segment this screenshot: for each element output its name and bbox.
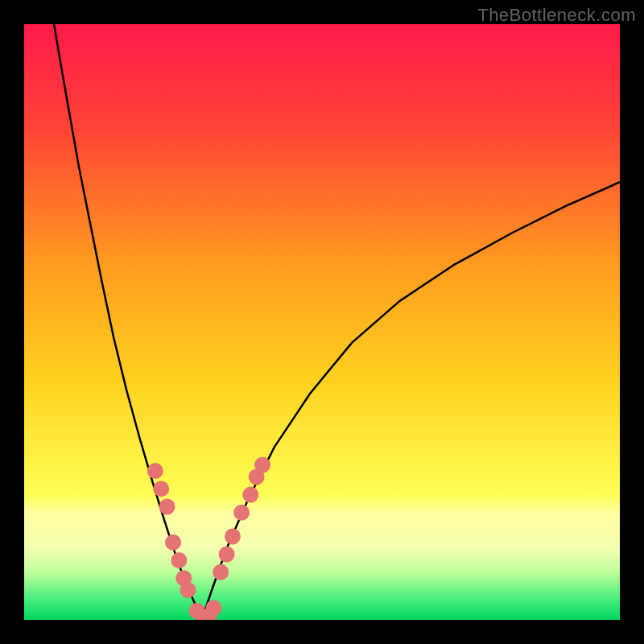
data-point <box>147 463 163 479</box>
data-point <box>180 582 196 598</box>
data-point <box>159 498 175 514</box>
data-point <box>219 547 235 563</box>
data-point <box>242 487 258 503</box>
watermark-text: TheBottleneck.com <box>477 5 636 26</box>
chart-plot <box>24 24 620 620</box>
data-point <box>233 505 250 521</box>
data-point <box>254 457 270 473</box>
data-point <box>165 535 181 551</box>
data-point <box>171 552 187 568</box>
chart-frame <box>24 24 620 620</box>
data-point <box>213 564 229 580</box>
data-point <box>205 600 221 616</box>
data-point <box>225 528 241 544</box>
chart-background <box>24 24 620 620</box>
data-point <box>153 481 169 497</box>
